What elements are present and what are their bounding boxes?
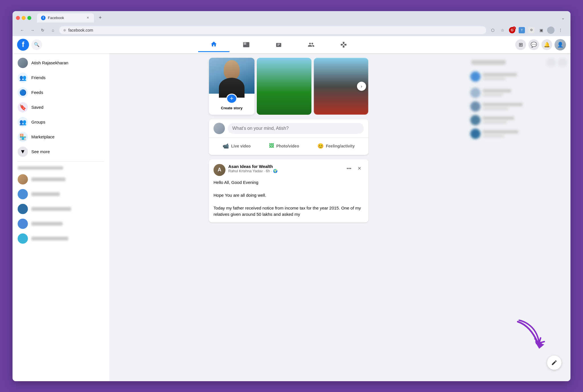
post-text: Hello All, Good Evening Hope You are all… [214,179,364,218]
ext2-button[interactable]: T [518,26,526,34]
bookmark-button[interactable]: ☆ [498,26,507,34]
grid-menu-button[interactable]: ⊞ [515,39,526,50]
saved-icon: 🔖 [18,102,28,112]
post-meta: Asan Ideas for Wealth Rahul Krishna Yada… [228,164,342,173]
fb-header: f 🔍 [13,36,570,53]
reload-button[interactable]: ↻ [39,26,47,34]
create-story-card[interactable]: + Create story [209,58,254,115]
address-bar-row: ← → ↻ ⌂ ⊕ facebook.com ⬡ ☆ O 2 T ⚙ [16,24,567,36]
window-controls [16,16,31,20]
back-button[interactable]: ← [18,26,26,34]
ext3-button[interactable]: ⚙ [527,26,536,34]
create-story-plus-button[interactable]: + [226,94,237,104]
fb-header-actions: ⊞ 💬 🔔 👤 [515,39,566,50]
nav-watch[interactable] [231,37,262,52]
url-text: facebook.com [68,28,482,32]
post-text-line-2: Hope You are all doing well. [214,192,364,199]
sidebar-blurred-item-2 [15,187,107,202]
composer-user-avatar [214,123,225,134]
sidebar-item-groups[interactable]: 👥 Groups [15,115,107,130]
sidebar-feeds-label: Feeds [31,90,43,95]
sidebar-blurred-item-3 [15,202,107,216]
post-time: 6h [266,169,270,173]
close-window-button[interactable] [16,16,20,20]
browser-menu-button[interactable]: ⋮ [556,26,565,34]
live-video-icon: 📹 [223,143,229,149]
post-more-options-button[interactable]: ••• [344,164,354,173]
sidebar-user-name: Atish Rajasekharan [31,60,68,65]
sidebar-friends-label: Friends [31,75,46,80]
post-dot: · [264,169,266,173]
maximize-window-button[interactable] [27,16,31,20]
post-input[interactable]: What's on your mind, Atish? [228,123,364,134]
edit-fab-button[interactable] [547,356,561,370]
post-placeholder: What's on your mind, Atish? [232,126,289,131]
tab-dropdown-button[interactable]: ⌄ [561,16,567,20]
notifications-button[interactable]: 🔔 [541,39,552,50]
live-video-label: Live video [231,144,251,148]
photo-video-button[interactable]: 🖼 Photo/video [264,141,304,151]
sidebar-see-more-label: See more [31,149,50,154]
browser-actions: ⬡ ☆ O 2 T ⚙ ▣ ⋮ [488,26,565,34]
profile-avatar-header[interactable]: 👤 [555,39,566,50]
new-tab-button[interactable]: + [96,14,104,22]
messenger-button[interactable]: 💬 [528,39,539,50]
photo-video-icon: 🖼 [269,143,274,149]
post-page-name[interactable]: Asan Ideas for Wealth [228,164,342,169]
fb-feed: + Create story › [109,53,468,381]
nav-home[interactable] [198,37,229,52]
sidebar-blurred-item-4 [15,216,107,231]
sidebar-item-friends[interactable]: 👥 Friends [15,70,107,85]
nav-marketplace[interactable] [263,37,294,52]
nav-groups[interactable] [295,37,327,52]
facebook-app: f 🔍 [13,36,570,381]
sidebar-saved-label: Saved [31,105,44,110]
fb-right-sidebar [468,53,570,381]
sidebar-item-see-more[interactable]: ▼ See more [15,144,107,159]
browser-chrome: f Facebook ✕ + ⌄ ← → ↻ ⌂ ⊕ facebook.com … [13,11,570,36]
fb-nav [42,37,515,52]
home-button[interactable]: ⌂ [49,26,57,34]
post-close-button[interactable]: ✕ [355,164,364,173]
tab-close-button[interactable]: ✕ [85,16,90,20]
facebook-tab[interactable]: f Facebook ✕ [37,13,94,22]
groups-icon: 👥 [18,117,28,127]
stories-row: + Create story › [209,58,368,115]
create-story-bg [209,58,254,94]
feeling-label: Feeling/activity [326,144,355,148]
post-actions: ••• ✕ [344,164,364,173]
live-video-button[interactable]: 📹 Live video [218,141,255,151]
composer-actions: 📹 Live video 🖼 Photo/video 😊 Feeling/act… [214,138,364,151]
story-next-arrow[interactable]: › [357,82,366,91]
purple-arrow [514,317,548,358]
fb-main: Atish Rajasekharan 👥 Friends 🔵 Feeds 🔖 S… [13,53,570,381]
story-card-1[interactable] [257,58,311,115]
forward-button[interactable]: → [28,26,36,34]
sidebar-item-saved[interactable]: 🔖 Saved [15,100,107,115]
fb-logo[interactable]: f [17,39,29,51]
post-author: Rahul Krishna Yadav [228,169,263,173]
sidebar-item-feeds[interactable]: 🔵 Feeds [15,85,107,100]
search-button[interactable]: 🔍 [31,39,42,50]
privacy-icon: 🌍 [273,169,278,173]
post-text-line-3: Today my father received notice from inc… [214,205,364,218]
security-icon: ⊕ [63,28,66,32]
photo-video-label: Photo/video [276,144,299,148]
sidebar-blurred-item-1 [15,172,107,187]
fb-sidebar: Atish Rajasekharan 👥 Friends 🔵 Feeds 🔖 S… [13,53,109,381]
cast-button[interactable]: ⬡ [488,26,497,34]
right-sidebar-content [470,56,568,139]
opera-ext[interactable]: O 2 [508,26,516,34]
sidebar-item-profile[interactable]: Atish Rajasekharan [15,56,107,70]
sidebar-toggle[interactable]: ▣ [537,26,545,34]
profile-browser-btn[interactable] [547,26,555,34]
address-bar[interactable]: ⊕ facebook.com [59,26,486,34]
story-card-2[interactable]: › [314,58,368,115]
feeds-icon: 🔵 [18,87,28,98]
nav-gaming[interactable] [328,37,359,52]
sidebar-item-marketplace[interactable]: 🏪 Marketplace [15,130,107,144]
feeling-icon: 😊 [317,143,324,149]
composer-top: What's on your mind, Atish? [214,123,364,134]
minimize-window-button[interactable] [22,16,26,20]
feeling-button[interactable]: 😊 Feeling/activity [313,141,359,151]
